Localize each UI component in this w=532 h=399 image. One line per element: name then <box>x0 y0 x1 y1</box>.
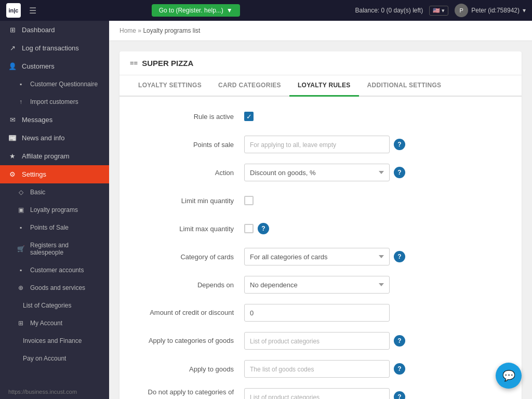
form-row-amount: Amount of credit or discount <box>140 303 501 322</box>
action-control: Discount on goods, %Points bonusFixed di… <box>244 164 501 181</box>
limit-min-control <box>244 196 501 205</box>
logo-text: in|c <box>9 7 19 14</box>
apply-goods-control: ? <box>244 360 501 378</box>
action-help-icon[interactable]: ? <box>394 167 405 178</box>
avatar: P <box>455 4 468 17</box>
form-row-points-of-sale: Points of sale ? <box>140 135 501 154</box>
chat-fab-button[interactable]: 💬 <box>496 363 522 389</box>
go-register-button[interactable]: Go to (Register. help...) ▼ <box>152 4 240 17</box>
registers-icon: 🛒 <box>17 245 25 252</box>
breadcrumb-home[interactable]: Home <box>119 27 136 34</box>
sidebar-label-goods-services: Goods and services <box>30 284 85 291</box>
apply-categories-help-icon[interactable]: ? <box>394 335 405 347</box>
apply-goods-input[interactable] <box>244 360 390 378</box>
apply-goods-help-icon[interactable]: ? <box>394 363 405 375</box>
sidebar: ⊞ Dashboard ↗ Log of transactions 👤 Cust… <box>0 21 109 399</box>
sidebar-item-affiliate-program[interactable]: ★ Affilate program <box>0 147 109 165</box>
form-row-limit-min: Limit min quantity <box>140 191 501 210</box>
sidebar-item-messages[interactable]: ✉ Messages <box>0 111 109 129</box>
apply-goods-label: Apply to goods <box>140 365 244 373</box>
category-cards-control: For all categories of cardsSpecific cate… <box>244 248 501 265</box>
sidebar-item-loyalty-programs[interactable]: ▣ Loyalty programs <box>0 201 109 219</box>
form-row-action: Action Discount on goods, %Points bonusF… <box>140 163 501 182</box>
form-row-limit-max: Limit max quantity ? <box>140 219 501 238</box>
limit-max-checkbox[interactable] <box>244 224 254 233</box>
hamburger-button[interactable]: ☰ <box>29 6 36 16</box>
sidebar-label-invoices: Invoices and Finance <box>23 337 82 344</box>
main-card: ≡≡ SUPER PIZZA LOYALTY SETTINGS CARD CAT… <box>119 51 522 399</box>
breadcrumb-current: Loyalty programs list <box>143 27 200 34</box>
sidebar-item-import-customers[interactable]: ↑ Import customers <box>0 93 109 111</box>
affiliate-icon: ★ <box>8 152 17 160</box>
action-label: Action <box>140 169 244 177</box>
tab-additional-settings[interactable]: ADDITIONAL SETTINGS <box>359 75 450 97</box>
sidebar-item-points-of-sale[interactable]: ▪ Points of Sale <box>0 219 109 236</box>
points-of-sale-label: Points of sale <box>140 141 244 149</box>
sidebar-label-import-customers: Import customers <box>30 98 78 105</box>
sidebar-item-registers[interactable]: 🛒 Registers and salespeople <box>0 236 109 261</box>
points-of-sale-control: ? <box>244 136 501 153</box>
category-cards-help-icon[interactable]: ? <box>394 251 405 262</box>
sidebar-item-invoices[interactable]: Invoices and Finance <box>0 332 109 350</box>
goods-services-icon: ⊕ <box>17 284 25 291</box>
news-icon: 📰 <box>8 134 17 142</box>
points-of-sale-help-icon[interactable]: ? <box>394 139 405 150</box>
go-button-chevron-icon: ▼ <box>227 7 233 14</box>
sidebar-label-basic: Basic <box>30 189 45 196</box>
sidebar-label-points-of-sale: Points of Sale <box>30 224 69 231</box>
rule-active-checkbox[interactable]: ✓ <box>244 112 254 121</box>
tab-card-categories[interactable]: CARD CATEGORIES <box>210 75 289 97</box>
dont-apply-categories-input[interactable] <box>244 388 390 399</box>
language-flag-button[interactable]: 🇺🇸 ▾ <box>429 6 448 16</box>
topbar: in|c ☰ Go to (Register. help...) ▼ Balan… <box>0 0 532 21</box>
dashboard-icon: ⊞ <box>8 26 17 34</box>
points-of-sale-input[interactable] <box>244 136 390 153</box>
limit-max-control: ? <box>244 223 501 234</box>
depends-on-select[interactable]: No dependenceAccumulative amountNumber o… <box>244 276 390 294</box>
user-menu-button[interactable]: P Peter (id:758942) ▾ <box>455 4 526 17</box>
sidebar-label-list-categories: List of Categories <box>23 302 71 309</box>
sidebar-footer-url: https://business.incust.com <box>0 384 109 399</box>
action-select[interactable]: Discount on goods, %Points bonusFixed di… <box>244 164 390 181</box>
sidebar-item-dashboard[interactable]: ⊞ Dashboard <box>0 21 109 39</box>
limit-max-help-icon[interactable]: ? <box>258 223 269 234</box>
sidebar-item-customer-accounts[interactable]: ▪ Customer accounts <box>0 261 109 279</box>
sidebar-label-customer-accounts: Customer accounts <box>30 267 84 274</box>
import-customers-icon: ↑ <box>17 98 25 105</box>
tab-loyalty-settings[interactable]: LOYALTY SETTINGS <box>130 75 210 97</box>
amount-input[interactable] <box>244 304 390 322</box>
main-layout: ⊞ Dashboard ↗ Log of transactions 👤 Cust… <box>0 21 532 399</box>
sidebar-label-dashboard: Dashboard <box>22 26 55 34</box>
sidebar-label-registers: Registers and salespeople <box>30 242 101 256</box>
loyalty-programs-icon: ▣ <box>17 206 25 214</box>
go-button-label: Go to (Register. help...) <box>159 7 223 14</box>
topbar-right: Balance: 0 (0 day(s) left) 🇺🇸 ▾ P Peter … <box>355 4 526 17</box>
sidebar-item-news-and-info[interactable]: 📰 News and info <box>0 129 109 147</box>
sidebar-item-pay-on-account[interactable]: Pay on Account <box>0 350 109 367</box>
sidebar-label-messages: Messages <box>22 116 52 124</box>
form-row-dont-apply-categories: Do not apply to categories of goods ? <box>140 388 501 399</box>
dont-apply-categories-help-icon[interactable]: ? <box>394 391 405 399</box>
customer-accounts-icon: ▪ <box>17 267 25 274</box>
apply-categories-input[interactable] <box>244 332 390 350</box>
card-title: SUPER PIZZA <box>142 59 193 68</box>
sidebar-label-pay-on-account: Pay on Account <box>23 355 66 362</box>
flag-icon: 🇺🇸 <box>433 7 440 14</box>
sidebar-item-customers[interactable]: 👤 Customers <box>0 57 109 75</box>
messages-icon: ✉ <box>8 116 17 124</box>
sidebar-item-basic[interactable]: ◇ Basic <box>0 183 109 201</box>
sidebar-item-log-transactions[interactable]: ↗ Log of transactions <box>0 39 109 57</box>
sidebar-label-news: News and info <box>22 134 64 142</box>
limit-min-checkbox[interactable] <box>244 196 254 205</box>
sidebar-item-settings[interactable]: ⚙ Settings <box>0 165 109 183</box>
tab-loyalty-rules[interactable]: LOYALTY RULES <box>289 75 359 97</box>
sidebar-item-my-account[interactable]: ⊞ My Account <box>0 314 109 332</box>
sidebar-label-loyalty-programs: Loyalty programs <box>30 206 78 214</box>
customers-icon: 👤 <box>8 62 17 70</box>
sidebar-item-goods-services[interactable]: ⊕ Goods and services <box>0 279 109 297</box>
sidebar-item-list-categories[interactable]: List of Categories <box>0 297 109 314</box>
my-account-icon: ⊞ <box>17 320 25 327</box>
category-cards-select[interactable]: For all categories of cardsSpecific cate… <box>244 248 390 265</box>
sidebar-item-customer-questionnaire[interactable]: ▪ Customer Questionnaire <box>0 75 109 93</box>
apply-categories-label: Apply to categories of goods <box>140 336 244 345</box>
